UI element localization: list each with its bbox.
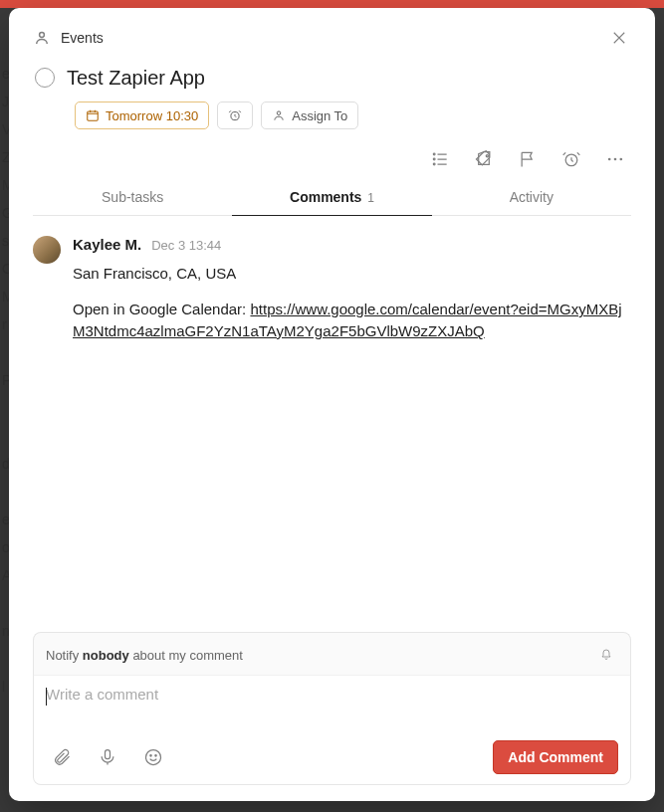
- comment-line2: Open in Google Calendar: https://www.goo…: [73, 299, 631, 342]
- reminder-button[interactable]: [555, 143, 587, 175]
- emoji-button[interactable]: [137, 741, 169, 773]
- comment-line1: San Francisco, CA, USA: [73, 263, 631, 285]
- reminder-chip[interactable]: [217, 102, 253, 129]
- bell-icon: [600, 646, 612, 664]
- app-top-bar: [0, 0, 664, 8]
- notify-text: Notify nobody about my comment: [46, 648, 243, 663]
- comment-body: Kaylee M. Dec 3 13:44 San Francisco, CA,…: [73, 234, 631, 356]
- svg-point-7: [486, 155, 488, 157]
- input-actions: Add Comment: [46, 740, 618, 774]
- svg-point-10: [614, 158, 617, 161]
- svg-point-15: [155, 755, 156, 756]
- close-icon: [610, 29, 628, 47]
- close-button[interactable]: [603, 22, 635, 54]
- svg-point-4: [433, 153, 435, 155]
- due-date-chip[interactable]: Tomorrow 10:30: [75, 102, 209, 129]
- task-detail-modal: Events Test Zapier App Tomorrow 10:30 As…: [9, 8, 655, 801]
- svg-point-13: [146, 750, 161, 765]
- more-horizontal-icon: [605, 149, 625, 169]
- svg-rect-12: [106, 750, 111, 759]
- label-button[interactable]: [468, 143, 500, 175]
- action-icon-row: [9, 135, 655, 179]
- comment-author: Kaylee M.: [73, 234, 141, 256]
- comment-link-prefix: Open in Google Calendar:: [73, 301, 250, 317]
- svg-point-9: [608, 158, 611, 161]
- modal-header: Events: [9, 8, 655, 60]
- comment-input-box: Add Comment: [33, 675, 631, 785]
- person-placeholder-icon: [33, 29, 51, 47]
- svg-point-14: [150, 755, 151, 756]
- tab-comments-label: Comments: [290, 189, 361, 205]
- notify-row[interactable]: Notify nobody about my comment: [33, 632, 631, 675]
- attach-button[interactable]: [46, 741, 78, 773]
- svg-point-11: [620, 158, 623, 161]
- calendar-icon: [86, 108, 100, 122]
- assign-label: Assign To: [292, 108, 347, 123]
- add-comment-button[interactable]: Add Comment: [493, 740, 618, 774]
- chip-row: Tomorrow 10:30 Assign To: [9, 96, 655, 135]
- project-name: Events: [61, 30, 104, 46]
- notify-bell-button[interactable]: [594, 643, 618, 667]
- paperclip-icon: [52, 747, 72, 767]
- flag-icon: [518, 149, 538, 169]
- task-title[interactable]: Test Zapier App: [67, 64, 205, 92]
- due-date-label: Tomorrow 10:30: [106, 108, 198, 123]
- svg-point-5: [433, 158, 435, 160]
- flag-button[interactable]: [512, 143, 544, 175]
- comment-item: Kaylee M. Dec 3 13:44 San Francisco, CA,…: [33, 234, 631, 356]
- tab-activity[interactable]: Activity: [432, 179, 631, 215]
- comment-meta: Kaylee M. Dec 3 13:44: [73, 234, 631, 257]
- tab-comments[interactable]: Comments 1: [232, 179, 431, 215]
- input-icons: [46, 741, 169, 773]
- tabs: Sub-tasks Comments 1 Activity: [33, 179, 631, 216]
- comment-footer: Notify nobody about my comment: [9, 632, 655, 801]
- tab-comments-count: 1: [367, 191, 374, 205]
- assign-chip[interactable]: Assign To: [261, 102, 358, 129]
- voice-button[interactable]: [92, 741, 123, 773]
- comments-panel: Kaylee M. Dec 3 13:44 San Francisco, CA,…: [9, 216, 655, 632]
- tag-icon: [474, 149, 494, 169]
- microphone-icon: [98, 747, 117, 767]
- task-title-row: Test Zapier App: [9, 60, 655, 96]
- comment-textarea[interactable]: [46, 686, 618, 719]
- person-icon: [272, 108, 286, 122]
- alarm-icon: [561, 149, 581, 169]
- svg-rect-1: [88, 111, 99, 120]
- avatar[interactable]: [33, 236, 61, 264]
- task-complete-checkbox[interactable]: [35, 68, 55, 88]
- tab-subtasks[interactable]: Sub-tasks: [33, 179, 232, 215]
- more-button[interactable]: [599, 143, 631, 175]
- svg-point-6: [433, 163, 435, 165]
- list-icon: [430, 149, 450, 169]
- list-button[interactable]: [424, 143, 456, 175]
- svg-point-0: [40, 33, 45, 38]
- svg-point-3: [277, 111, 281, 115]
- tab-activity-label: Activity: [510, 189, 553, 205]
- alarm-icon: [228, 108, 242, 122]
- tab-subtasks-label: Sub-tasks: [102, 189, 163, 205]
- emoji-icon: [143, 747, 163, 767]
- comment-timestamp: Dec 3 13:44: [151, 235, 221, 257]
- breadcrumb[interactable]: Events: [33, 29, 104, 47]
